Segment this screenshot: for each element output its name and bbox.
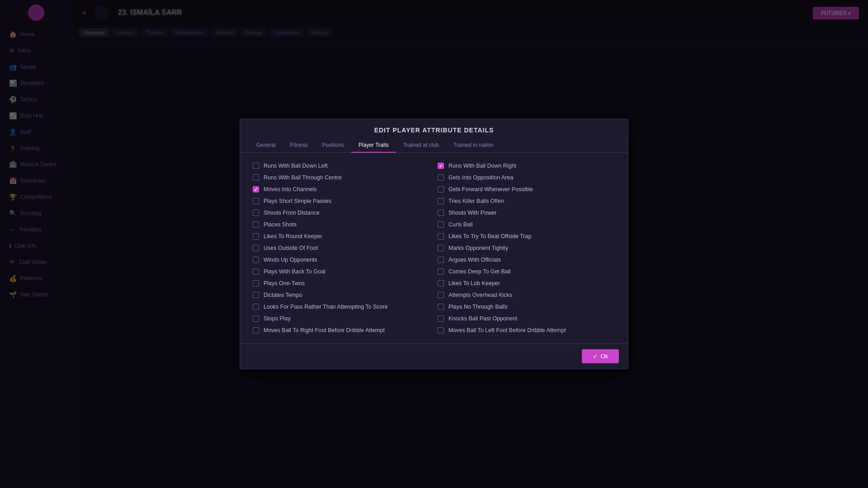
trait-right-argues-with-officials[interactable]: Argues With Officials — [434, 254, 619, 266]
trait-right-runs-ball-down-right[interactable]: Runs With Ball Down Right — [434, 160, 619, 172]
trait-label-likes-to-try-beat-offside: Likes To Try To Beat Offside Trap — [448, 233, 531, 239]
checkbox-runs-ball-through-centre[interactable] — [253, 174, 259, 181]
trait-label-likes-to-lob-keeper: Likes To Lob Keeper — [448, 280, 500, 286]
trait-label-shoots-from-distance: Shoots From Distance — [264, 210, 320, 216]
trait-left-dictates-tempo[interactable]: Dictates Tempo — [249, 289, 434, 301]
ok-checkmark: ✓ — [593, 353, 598, 360]
checkbox-shoots-with-power[interactable] — [438, 210, 444, 216]
checkbox-gets-into-opposition-area[interactable] — [438, 174, 444, 181]
tab-trained-nation[interactable]: Trained in nation — [446, 138, 501, 153]
trait-left-places-shots[interactable]: Places Shots — [249, 219, 434, 230]
checkbox-plays-short-simple-passes[interactable] — [253, 198, 259, 204]
checkbox-moves-ball-right[interactable] — [253, 327, 259, 333]
checkbox-plays-with-back-to-goal[interactable] — [253, 268, 259, 275]
trait-right-curls-ball[interactable]: Curls Ball — [434, 219, 619, 230]
trait-label-moves-ball-left: Moves Ball To Left Foot Before Dribble A… — [448, 327, 566, 333]
trait-label-shoots-with-power: Shoots With Power — [448, 210, 496, 216]
trait-right-knocks-ball-past-opponent[interactable]: Knocks Ball Past Opponent — [434, 313, 619, 324]
trait-right-comes-deep-to-get-ball[interactable]: Comes Deep To Get Ball — [434, 266, 619, 277]
trait-label-winds-up-opponents: Winds Up Opponents — [264, 257, 317, 263]
checkbox-looks-for-pass[interactable] — [253, 304, 259, 310]
trait-label-gets-into-opposition-area: Gets Into Opposition Area — [448, 174, 513, 181]
modal-title: EDIT PLAYER ATTRIBUTE DETAILS — [240, 119, 628, 138]
trait-label-knocks-ball-past-opponent: Knocks Ball Past Opponent — [448, 315, 517, 322]
trait-left-likes-to-round-keeper[interactable]: Likes To Round Keeper — [249, 230, 434, 242]
checkbox-moves-ball-left[interactable] — [438, 327, 444, 333]
trait-label-places-shots: Places Shots — [264, 221, 297, 228]
checkbox-shoots-from-distance[interactable] — [253, 210, 259, 216]
trait-left-plays-one-twos[interactable]: Plays One-Twos — [249, 277, 434, 289]
trait-right-moves-ball-left[interactable]: Moves Ball To Left Foot Before Dribble A… — [434, 324, 619, 336]
trait-label-plays-one-twos: Plays One-Twos — [264, 280, 305, 286]
trait-left-plays-short-simple-passes[interactable]: Plays Short Simple Passes — [249, 195, 434, 207]
checkbox-comes-deep-to-get-ball[interactable] — [438, 268, 444, 275]
checkbox-places-shots[interactable] — [253, 221, 259, 228]
trait-label-plays-no-through-balls: Plays No Through Balls — [448, 304, 507, 310]
checkbox-likes-to-round-keeper[interactable] — [253, 233, 259, 239]
trait-left-stops-play[interactable]: Stops Play — [249, 313, 434, 324]
trait-label-comes-deep-to-get-ball: Comes Deep To Get Ball — [448, 268, 510, 275]
trait-left-looks-for-pass[interactable]: Looks For Pass Rather Than Attempting To… — [249, 301, 434, 313]
modal-footer: ✓ Ok — [240, 343, 628, 369]
trait-left-plays-with-back-to-goal[interactable]: Plays With Back To Goal — [249, 266, 434, 277]
checkbox-likes-to-try-beat-offside[interactable] — [438, 233, 444, 239]
trait-right-tries-killer-balls-often[interactable]: Tries Killer Balls Often — [434, 195, 619, 207]
trait-left-runs-ball-down-left[interactable]: Runs With Ball Down Left — [249, 160, 434, 172]
tab-trained-club[interactable]: Trained at club — [396, 138, 446, 153]
trait-right-attempts-overhead-kicks[interactable]: Attempts Overhead Kicks — [434, 289, 619, 301]
tab-player-traits[interactable]: Player Traits — [351, 138, 396, 153]
modal-tabs: General Fitness Positions Player Traits … — [240, 138, 628, 153]
trait-label-uses-outside-of-foot: Uses Outside Of Foot — [264, 245, 318, 251]
checkbox-plays-no-through-balls[interactable] — [438, 304, 444, 310]
ok-label: Ok — [600, 353, 608, 360]
trait-right-gets-into-opposition-area[interactable]: Gets Into Opposition Area — [434, 172, 619, 183]
tab-general[interactable]: General — [249, 138, 283, 153]
trait-left-shoots-from-distance[interactable]: Shoots From Distance — [249, 207, 434, 219]
checkbox-knocks-ball-past-opponent[interactable] — [438, 315, 444, 322]
checkbox-moves-into-channels[interactable] — [253, 186, 259, 192]
trait-right-likes-to-try-beat-offside[interactable]: Likes To Try To Beat Offside Trap — [434, 230, 619, 242]
checkbox-stops-play[interactable] — [253, 315, 259, 322]
checkbox-likes-to-lob-keeper[interactable] — [438, 280, 444, 286]
checkbox-gets-forward-whenever-possible[interactable] — [438, 186, 444, 192]
ok-button[interactable]: ✓ Ok — [582, 349, 619, 363]
trait-left-moves-into-channels[interactable]: Moves Into Channels — [249, 183, 434, 195]
trait-label-runs-ball-through-centre: Runs With Ball Through Centre — [264, 174, 342, 181]
checkbox-argues-with-officials[interactable] — [438, 257, 444, 263]
trait-left-winds-up-opponents[interactable]: Winds Up Opponents — [249, 254, 434, 266]
trait-right-shoots-with-power[interactable]: Shoots With Power — [434, 207, 619, 219]
trait-left-uses-outside-of-foot[interactable]: Uses Outside Of Foot — [249, 242, 434, 254]
trait-label-looks-for-pass: Looks For Pass Rather Than Attempting To… — [264, 304, 388, 310]
checkbox-uses-outside-of-foot[interactable] — [253, 245, 259, 251]
checkbox-runs-ball-down-left[interactable] — [253, 163, 259, 169]
trait-label-moves-into-channels: Moves Into Channels — [264, 186, 316, 192]
checkbox-curls-ball[interactable] — [438, 221, 444, 228]
tab-positions[interactable]: Positions — [315, 138, 351, 153]
trait-right-plays-no-through-balls[interactable]: Plays No Through Balls — [434, 301, 619, 313]
modal-overlay: EDIT PLAYER ATTRIBUTE DETAILS General Fi… — [0, 0, 868, 488]
trait-label-likes-to-round-keeper: Likes To Round Keeper — [264, 233, 322, 239]
checkbox-tries-killer-balls-often[interactable] — [438, 198, 444, 204]
trait-label-stops-play: Stops Play — [264, 315, 291, 322]
trait-label-argues-with-officials: Argues With Officials — [448, 257, 501, 263]
trait-label-curls-ball: Curls Ball — [448, 221, 473, 228]
trait-right-likes-to-lob-keeper[interactable]: Likes To Lob Keeper — [434, 277, 619, 289]
tab-fitness[interactable]: Fitness — [283, 138, 315, 153]
trait-label-runs-ball-down-right: Runs With Ball Down Right — [448, 163, 516, 169]
trait-right-marks-opponent-tightly[interactable]: Marks Opponent Tightly — [434, 242, 619, 254]
checkbox-dictates-tempo[interactable] — [253, 292, 259, 298]
trait-label-runs-ball-down-left: Runs With Ball Down Left — [264, 163, 328, 169]
checkbox-marks-opponent-tightly[interactable] — [438, 245, 444, 251]
trait-label-plays-short-simple-passes: Plays Short Simple Passes — [264, 198, 331, 204]
edit-attributes-modal: EDIT PLAYER ATTRIBUTE DETAILS General Fi… — [240, 119, 628, 369]
trait-left-moves-ball-right[interactable]: Moves Ball To Right Foot Before Dribble … — [249, 324, 434, 336]
checkbox-winds-up-opponents[interactable] — [253, 257, 259, 263]
checkbox-plays-one-twos[interactable] — [253, 280, 259, 286]
trait-left-runs-ball-through-centre[interactable]: Runs With Ball Through Centre — [249, 172, 434, 183]
trait-label-attempts-overhead-kicks: Attempts Overhead Kicks — [448, 292, 512, 298]
trait-label-moves-ball-right: Moves Ball To Right Foot Before Dribble … — [264, 327, 385, 333]
trait-label-plays-with-back-to-goal: Plays With Back To Goal — [264, 268, 326, 275]
checkbox-attempts-overhead-kicks[interactable] — [438, 292, 444, 298]
trait-right-gets-forward-whenever-possible[interactable]: Gets Forward Whenever Possible — [434, 183, 619, 195]
checkbox-runs-ball-down-right[interactable] — [438, 163, 444, 169]
